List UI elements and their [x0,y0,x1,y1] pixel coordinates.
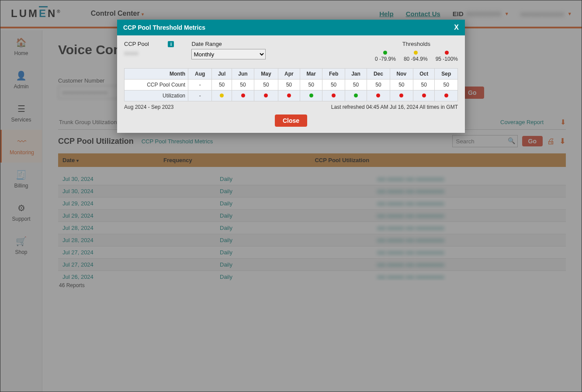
thresholds-legend: Thresholds 0 -79.9% 80 -94.9% 95 -100% [375,41,458,62]
range-span: Aug 2024 - Sep 2023 [124,104,173,110]
metrics-row-label: Utilization [125,90,188,101]
dot-red-icon [376,94,380,97]
metrics-row-label: CCP Pool Count [125,80,188,90]
metrics-cell [212,90,232,101]
metrics-cell [254,90,278,101]
metrics-col: Apr [278,69,300,80]
legend-yellow: 80 -94.9% [404,50,428,62]
metrics-col: Month [125,69,188,80]
dot-red-icon [444,94,448,97]
legend-red: 95 -100% [436,50,458,62]
metrics-cell: 50 [322,80,345,90]
metrics-col: Mar [300,69,322,80]
dot-red-icon [422,94,426,97]
metrics-cell: 50 [413,80,435,90]
date-range-label: Date Range [191,41,266,47]
metrics-cell [322,90,345,101]
metrics-table: MonthAugJulJunMayAprMarFebJanDecNovOctSe… [124,68,458,101]
metrics-cell [435,90,458,101]
metrics-cell: 50 [232,80,254,90]
metrics-col: Aug [188,69,212,80]
metrics-col: Nov [390,69,413,80]
dot-red-icon [332,94,336,97]
metrics-col: Dec [367,69,390,80]
metrics-cell [278,90,300,101]
metrics-cell: 50 [367,80,390,90]
dot-red-icon [241,94,245,97]
refreshed-text: Last refreshed 04:45 AM Jul 16, 2024 All… [331,104,458,110]
ccp-pool-value: xxxxx [124,50,174,56]
metrics-cell: - [188,90,212,101]
metrics-cell: 50 [278,80,300,90]
metrics-col: Sep [435,69,458,80]
dot-red-icon [445,51,449,55]
close-button[interactable]: Close [275,114,307,127]
dot-red-icon [264,94,268,97]
metrics-col: Jul [212,69,232,80]
metrics-col: Oct [413,69,435,80]
metrics-col: May [254,69,278,80]
modal-header: CCP Pool Threshold Metrics X [117,20,465,35]
legend-green: 0 -79.9% [375,50,396,62]
metrics-col: Jun [232,69,254,80]
metrics-cell [390,90,413,101]
dot-green-icon [309,94,313,97]
thresholds-label: Thresholds [375,41,458,47]
metrics-cell: 50 [390,80,413,90]
metrics-cell: 50 [254,80,278,90]
metrics-cell: 50 [300,80,322,90]
metrics-cell [232,90,254,101]
dot-red-icon [399,94,403,97]
dot-yellow-icon [220,94,224,97]
date-range-select[interactable]: Monthly [191,49,266,59]
metrics-cell [300,90,322,101]
date-range-group: Date Range Monthly [191,41,266,59]
metrics-cell [345,90,367,101]
ccp-pool-label: CCP Pool [124,41,149,47]
modal-body: CCP Pool i xxxxx Date Range Monthly Thre… [117,35,465,133]
metrics-cell: 50 [212,80,232,90]
metrics-col: Jan [345,69,367,80]
dot-green-icon [383,51,387,55]
dot-green-icon [354,94,358,97]
metrics-cell [413,90,435,101]
metrics-col: Feb [322,69,345,80]
ccp-pool-group: CCP Pool i xxxxx [124,41,174,56]
modal-title: CCP Pool Threshold Metrics [123,24,205,31]
metrics-cell: 50 [345,80,367,90]
modal-overlay: CCP Pool Threshold Metrics X CCP Pool i … [0,0,582,392]
metrics-cell [367,90,390,101]
info-icon[interactable]: i [168,41,174,47]
metrics-cell: 50 [435,80,458,90]
dot-yellow-icon [414,51,418,55]
threshold-metrics-modal: CCP Pool Threshold Metrics X CCP Pool i … [117,20,465,133]
dot-red-icon [287,94,291,97]
metrics-cell: - [188,80,212,90]
close-icon[interactable]: X [454,24,459,31]
